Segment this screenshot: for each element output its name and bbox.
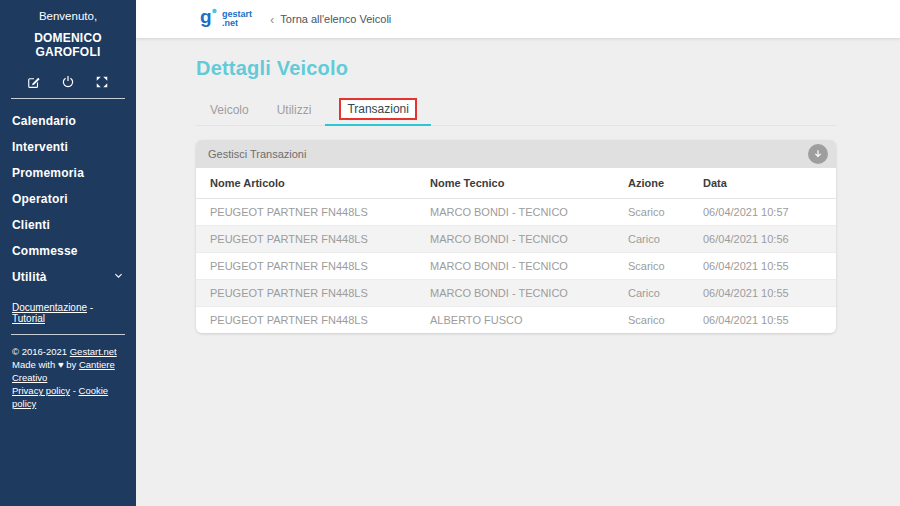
sidebar-footer: © 2016-2021 Gestart.net Made with ♥ by C… [0,335,136,410]
transactions-panel: Gestisci Transazioni Nome Articolo Nome … [196,140,836,333]
copyright-text: © 2016-2021 [12,346,70,357]
tab-label: Transazioni [347,102,409,116]
sidebar: Benvenuto, DOMENICO GAROFOLI Calendario … [0,0,136,506]
cell-nome-articolo: PEUGEOT PARTNER FN448LS [196,307,416,334]
sidebar-item-commesse[interactable]: Commesse [0,238,136,264]
chevron-down-icon [113,270,124,284]
topbar: g gestart .net ‹ Torna all'elenco Veicol… [136,0,900,38]
privacy-policy-link[interactable]: Privacy policy [12,385,70,396]
cell-data: 06/04/2021 10:55 [689,307,836,334]
welcome-text: Benvenuto, [0,0,136,22]
table-header-row: Nome Articolo Nome Tecnico Azione Data [196,168,836,199]
gestart-logo[interactable]: g gestart .net [198,6,252,32]
tab-veicolo[interactable]: Veicolo [196,95,263,126]
sidebar-item-calendario[interactable]: Calendario [0,108,136,134]
cell-data: 06/04/2021 10:56 [689,226,836,253]
cell-data: 06/04/2021 10:55 [689,280,836,307]
sidebar-nav: Calendario Interventi Promemoria Operato… [0,108,136,290]
tab-bar: Veicolo Utilizzi Transazioni [196,95,836,126]
sidebar-item-clienti[interactable]: Clienti [0,212,136,238]
cell-nome-articolo: PEUGEOT PARTNER FN448LS [196,199,416,226]
cell-nome-articolo: PEUGEOT PARTNER FN448LS [196,226,416,253]
gestart-logo-icon: g [198,6,220,32]
table-row[interactable]: PEUGEOT PARTNER FN448LS MARCO BONDI - TE… [196,253,836,280]
nav-label: Commesse [12,244,78,258]
copyright-line: © 2016-2021 Gestart.net [12,345,124,358]
cell-nome-tecnico: MARCO BONDI - TECNICO [416,280,614,307]
cell-azione: Scarico [614,199,689,226]
nav-label: Promemoria [12,166,84,180]
page-title: Dettagli Veicolo [196,38,836,80]
table-row[interactable]: PEUGEOT PARTNER FN448LS ALBERTO FUSCO Sc… [196,307,836,334]
cell-azione: Carico [614,226,689,253]
panel-title: Gestisci Transazioni [208,148,306,160]
nav-label: Utilità [12,270,47,284]
docs-links: Documentazione - Tutorial [0,290,136,324]
column-header-data: Data [689,168,836,199]
cell-nome-tecnico: MARCO BONDI - TECNICO [416,199,614,226]
collapse-panel-button[interactable] [808,144,828,164]
sidebar-divider [11,98,125,99]
gestart-logo-text: gestart .net [222,10,252,28]
nav-label: Clienti [12,218,50,232]
docs-separator: - [87,302,93,313]
cell-nome-tecnico: ALBERTO FUSCO [416,307,614,334]
column-header-nome-articolo: Nome Articolo [196,168,416,199]
nav-label: Calendario [12,114,76,128]
documentazione-link[interactable]: Documentazione [12,302,87,313]
power-icon[interactable] [61,75,75,89]
table-row[interactable]: PEUGEOT PARTNER FN448LS MARCO BONDI - TE… [196,199,836,226]
sidebar-item-operatori[interactable]: Operatori [0,186,136,212]
username: DOMENICO GAROFOLI [0,31,136,59]
sidebar-item-interventi[interactable]: Interventi [0,134,136,160]
svg-text:g: g [200,6,212,27]
table-row[interactable]: PEUGEOT PARTNER FN448LS MARCO BONDI - TE… [196,226,836,253]
panel-header: Gestisci Transazioni [196,140,836,168]
policy-separator: - [70,385,78,396]
cell-data: 06/04/2021 10:57 [689,199,836,226]
cell-azione: Scarico [614,307,689,334]
cell-azione: Scarico [614,253,689,280]
tab-utilizzi[interactable]: Utilizzi [263,95,326,126]
sidebar-item-promemoria[interactable]: Promemoria [0,160,136,186]
cell-nome-articolo: PEUGEOT PARTNER FN448LS [196,280,416,307]
cell-data: 06/04/2021 10:55 [689,253,836,280]
transactions-table: Nome Articolo Nome Tecnico Azione Data P… [196,168,836,333]
edit-icon[interactable] [27,75,41,89]
table-row[interactable]: PEUGEOT PARTNER FN448LS MARCO BONDI - TE… [196,280,836,307]
tab-label: Veicolo [210,103,249,117]
cell-azione: Carico [614,280,689,307]
chevron-left-icon: ‹ [270,12,274,27]
sidebar-item-utilita[interactable]: Utilità [0,264,136,290]
sidebar-actions [0,75,136,89]
nav-label: Operatori [12,192,68,206]
made-with-text: Made with ♥ by [12,359,79,370]
column-header-nome-tecnico: Nome Tecnico [416,168,614,199]
tab-label: Utilizzi [277,103,312,117]
expand-icon[interactable] [95,75,109,89]
tab-transazioni[interactable]: Transazioni [325,95,431,126]
annotation-highlight-box: Transazioni [339,98,417,120]
cell-nome-articolo: PEUGEOT PARTNER FN448LS [196,253,416,280]
logo-line2: .net [222,19,252,28]
breadcrumb-label: Torna all'elenco Veicoli [280,13,391,25]
policy-line: Privacy policy - Cookie policy [12,384,124,410]
main-content: Dettagli Veicolo Veicolo Utilizzi Transa… [136,38,900,506]
gestart-link[interactable]: Gestart.net [70,346,117,357]
back-to-vehicles-link[interactable]: ‹ Torna all'elenco Veicoli [270,12,391,27]
column-header-azione: Azione [614,168,689,199]
made-with-line: Made with ♥ by Cantiere Creativo [12,358,124,384]
cell-nome-tecnico: MARCO BONDI - TECNICO [416,226,614,253]
tutorial-link[interactable]: Tutorial [12,313,45,324]
cell-nome-tecnico: MARCO BONDI - TECNICO [416,253,614,280]
nav-label: Interventi [12,140,68,154]
